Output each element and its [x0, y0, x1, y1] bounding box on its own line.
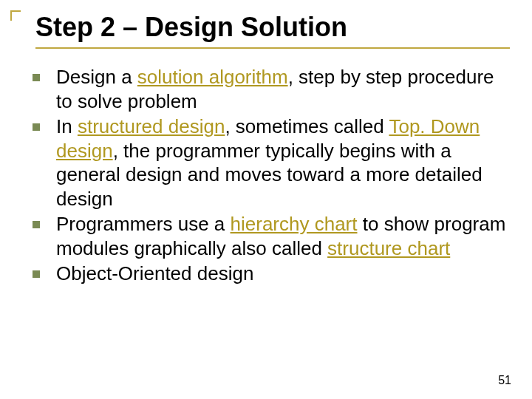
bullet-square-icon: [33, 221, 40, 228]
list-item: Programmers use a hierarchy chart to sho…: [28, 212, 510, 260]
list-item: Object-Oriented design: [28, 262, 510, 286]
list-item-text: Object-Oriented design: [56, 262, 253, 286]
bullet-square-icon: [33, 270, 40, 278]
plain-text: Programmers use a: [56, 213, 231, 235]
bullet-square-icon: [33, 123, 40, 131]
page-number: 51: [498, 374, 511, 387]
highlight-text: solution algorithm: [137, 66, 288, 88]
plain-text: , the programmer typically begins with a…: [56, 140, 482, 210]
list-item-text: Design a solution algorithm, step by ste…: [56, 65, 510, 113]
list-item: In structured design, sometimes called T…: [28, 115, 510, 211]
list-item-text: Programmers use a hierarchy chart to sho…: [56, 212, 510, 260]
plain-text: Object-Oriented design: [56, 262, 253, 284]
plain-text: Design a: [56, 66, 137, 88]
highlight-text: structured design: [78, 115, 225, 137]
bullet-list: Design a solution algorithm, step by ste…: [28, 65, 510, 286]
plain-text: In: [56, 115, 78, 137]
plain-text: , sometimes called: [225, 115, 389, 137]
list-item: Design a solution algorithm, step by ste…: [28, 65, 510, 113]
corner-accent: [10, 10, 21, 21]
highlight-text: hierarchy chart: [231, 213, 358, 235]
highlight-text: structure chart: [327, 237, 450, 259]
slide-title: Step 2 – Design Solution: [35, 12, 510, 49]
bullet-square-icon: [33, 74, 40, 81]
list-item-text: In structured design, sometimes called T…: [56, 115, 510, 211]
